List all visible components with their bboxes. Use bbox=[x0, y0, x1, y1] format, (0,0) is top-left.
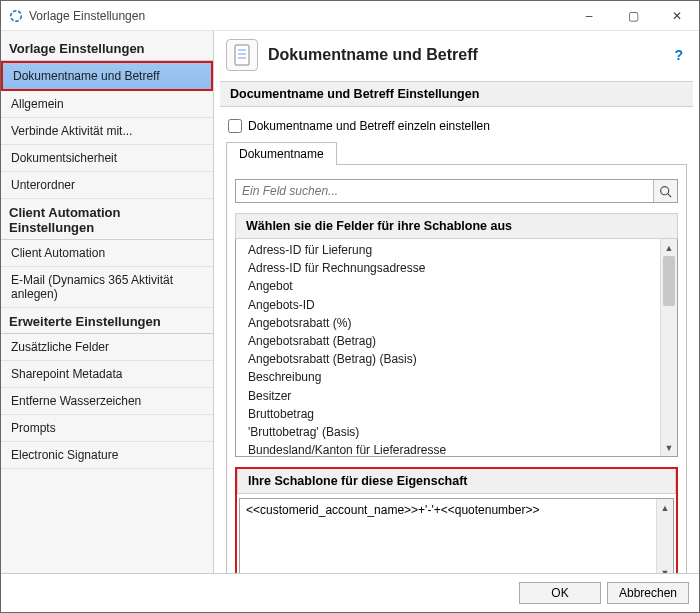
window-title: Vorlage Einstellungen bbox=[29, 9, 567, 23]
list-item[interactable]: Angebotsrabatt (Betrag) bbox=[236, 332, 660, 350]
sidebar-item-zusfelder[interactable]: Zusätzliche Felder bbox=[1, 334, 213, 361]
sidebar-item-verbinde[interactable]: Verbinde Aktivität mit... bbox=[1, 118, 213, 145]
sidebar-item-dokumentsicherheit[interactable]: Dokumentsicherheit bbox=[1, 145, 213, 172]
maximize-icon: ▢ bbox=[628, 9, 639, 23]
maximize-button[interactable]: ▢ bbox=[611, 1, 655, 31]
search-button[interactable] bbox=[653, 180, 677, 202]
close-button[interactable]: ✕ bbox=[655, 1, 699, 31]
titlebar: Vorlage Einstellungen – ▢ ✕ bbox=[1, 1, 699, 31]
template-highlight-wrap: Ihre Schablone für diese Eigenschaft ▲ ▼ bbox=[235, 467, 678, 586]
minimize-button[interactable]: – bbox=[567, 1, 611, 31]
settings-pane: Dokumentname und Betreff einzeln einstel… bbox=[220, 109, 693, 603]
sidebar-item-dokumentname[interactable]: Dokumentname und Betreff bbox=[1, 61, 213, 91]
scroll-down-icon[interactable]: ▼ bbox=[661, 439, 677, 456]
list-item[interactable]: Angebotsrabatt (%) bbox=[236, 314, 660, 332]
fields-listbox[interactable]: Adress-ID für Lieferung Adress-ID für Re… bbox=[235, 239, 678, 457]
fields-scrollbar[interactable]: ▲ ▼ bbox=[660, 239, 677, 456]
template-scrollbar[interactable]: ▲ ▼ bbox=[656, 499, 673, 581]
ok-button[interactable]: OK bbox=[519, 582, 601, 604]
svg-rect-1 bbox=[235, 45, 249, 65]
fields-list-inner: Adress-ID für Lieferung Adress-ID für Re… bbox=[236, 239, 660, 456]
template-textbox-wrap: ▲ ▼ bbox=[239, 498, 674, 582]
scroll-track[interactable] bbox=[661, 256, 677, 439]
sidebar-item-label: Dokumentname und Betreff bbox=[3, 63, 211, 89]
list-item[interactable]: Bruttobetrag bbox=[236, 405, 660, 423]
sidebar-item-clientautomation[interactable]: Client Automation bbox=[1, 240, 213, 267]
sidebar: Vorlage Einstellungen Dokumentname und B… bbox=[1, 31, 214, 573]
svg-line-6 bbox=[668, 193, 671, 196]
sidebar-item-wasserzeichen[interactable]: Entferne Wasserzeichen bbox=[1, 388, 213, 415]
search-icon bbox=[659, 185, 672, 198]
template-heading: Ihre Schablone für diese Eigenschaft bbox=[237, 469, 676, 494]
sidebar-section-1-title: Client Automation Einstellungen bbox=[1, 199, 213, 240]
individual-checkbox-label: Dokumentname und Betreff einzeln einstel… bbox=[248, 119, 490, 133]
individual-checkbox-row: Dokumentname und Betreff einzeln einstel… bbox=[226, 115, 687, 141]
dialog-footer: OK Abbrechen bbox=[1, 573, 699, 612]
svg-point-5 bbox=[661, 186, 669, 194]
main-panel: Dokumentname und Betreff ? Documentname … bbox=[214, 31, 699, 573]
list-item[interactable]: Angebotsrabatt (Betrag) (Basis) bbox=[236, 350, 660, 368]
tab-dokumentname[interactable]: Dokumentname bbox=[226, 142, 337, 165]
sidebar-item-prompts[interactable]: Prompts bbox=[1, 415, 213, 442]
sidebar-section-2-title: Erweiterte Einstellungen bbox=[1, 308, 213, 334]
page-title: Dokumentname und Betreff bbox=[268, 46, 670, 64]
cancel-button[interactable]: Abbrechen bbox=[607, 582, 689, 604]
minimize-icon: – bbox=[586, 9, 593, 23]
help-link[interactable]: ? bbox=[670, 47, 687, 63]
scroll-track[interactable] bbox=[657, 516, 673, 564]
list-item[interactable]: 'Bruttobetrag' (Basis) bbox=[236, 423, 660, 441]
app-icon bbox=[9, 9, 23, 23]
search-field-row bbox=[235, 179, 678, 203]
list-item[interactable]: Adress-ID für Lieferung bbox=[236, 241, 660, 259]
document-icon bbox=[226, 39, 258, 71]
list-item[interactable]: Angebot bbox=[236, 277, 660, 295]
list-item[interactable]: Beschreibung bbox=[236, 368, 660, 386]
scroll-up-icon[interactable]: ▲ bbox=[657, 499, 673, 516]
dialog-body: Vorlage Einstellungen Dokumentname und B… bbox=[1, 31, 699, 573]
tab-bar: Dokumentname bbox=[226, 141, 687, 164]
scroll-thumb[interactable] bbox=[663, 256, 675, 306]
search-input[interactable] bbox=[236, 180, 653, 202]
fields-heading: Wählen sie die Felder für ihre Schablone… bbox=[235, 213, 678, 239]
close-icon: ✕ bbox=[672, 9, 682, 23]
list-item[interactable]: Angebots-ID bbox=[236, 296, 660, 314]
sidebar-item-esignature[interactable]: Electronic Signature bbox=[1, 442, 213, 469]
template-textarea[interactable] bbox=[240, 499, 656, 581]
list-item[interactable]: Bundesland/Kanton für Lieferadresse bbox=[236, 441, 660, 456]
settings-heading: Documentname und Betreff Einstellungen bbox=[220, 81, 693, 107]
main-header: Dokumentname und Betreff ? bbox=[214, 31, 699, 79]
sidebar-item-unterordner[interactable]: Unterordner bbox=[1, 172, 213, 199]
svg-point-0 bbox=[11, 10, 22, 21]
individual-checkbox[interactable] bbox=[228, 119, 242, 133]
sidebar-section-0-title: Vorlage Einstellungen bbox=[1, 35, 213, 61]
sidebar-item-sharepoint[interactable]: Sharepoint Metadata bbox=[1, 361, 213, 388]
sidebar-item-allgemein[interactable]: Allgemein bbox=[1, 91, 213, 118]
sidebar-item-email[interactable]: E-Mail (Dynamics 365 Aktivität anlegen) bbox=[1, 267, 213, 308]
list-item[interactable]: Besitzer bbox=[236, 387, 660, 405]
list-item[interactable]: Adress-ID für Rechnungsadresse bbox=[236, 259, 660, 277]
dialog-window: Vorlage Einstellungen – ▢ ✕ Vorlage Eins… bbox=[0, 0, 700, 613]
scroll-up-icon[interactable]: ▲ bbox=[661, 239, 677, 256]
